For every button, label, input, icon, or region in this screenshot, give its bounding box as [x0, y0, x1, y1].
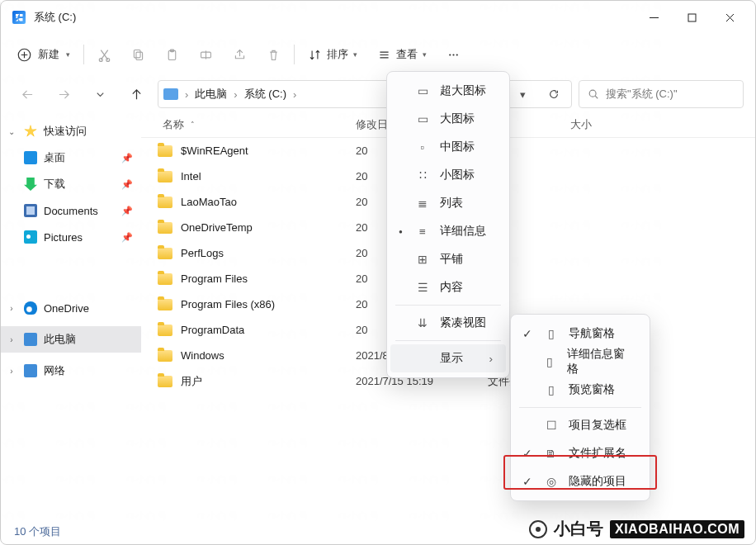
menu-item-preview-pane[interactable]: ▯预览窗格	[514, 376, 646, 404]
ellipsis-icon	[447, 48, 461, 62]
copy-icon	[131, 48, 145, 62]
folder-icon	[158, 145, 172, 157]
folder-icon	[158, 171, 172, 182]
chevron-down-icon: ▾	[66, 50, 70, 59]
chevron-down-icon: ▾	[353, 50, 357, 59]
sidebar-item-quick-access[interactable]: ⌄快速访问	[1, 118, 141, 145]
minimize-button[interactable]	[635, 4, 673, 31]
app-icon	[12, 11, 26, 24]
menu-item-list[interactable]: ≣列表	[390, 189, 506, 217]
delete-button[interactable]	[258, 40, 289, 69]
view-menu: ▭超大图标 ▭大图标 ▫中图标 ∷小图标 ≣列表 ●≡详细信息 ⊞平铺 ☰内容 …	[386, 71, 510, 378]
view-button[interactable]: 查看 ▾	[369, 40, 435, 69]
refresh-button[interactable]	[541, 88, 566, 100]
chevron-down-icon: ▾	[423, 50, 427, 59]
menu-item-hidden[interactable]: ✓◎隐藏的项目	[514, 467, 646, 495]
forward-button[interactable]	[49, 79, 78, 109]
toolbar: 新建 ▾ 排序 ▾ 查看 ▾	[1, 34, 755, 75]
file-name: OneDriveTemp	[181, 221, 253, 234]
sidebar-item-onedrive[interactable]: ›OneDrive	[1, 295, 141, 321]
view-icon	[377, 48, 391, 62]
menu-item-nav-pane[interactable]: ✓▯导航窗格	[514, 320, 646, 348]
window-title: 系统 (C:)	[34, 10, 76, 25]
menu-item-details-pane[interactable]: ▯详细信息窗格	[514, 348, 646, 376]
network-icon	[24, 364, 37, 377]
menu-item-content[interactable]: ☰内容	[390, 273, 506, 301]
file-name: Intel	[181, 170, 201, 182]
star-icon	[24, 125, 37, 138]
share-button[interactable]	[224, 40, 255, 69]
grid-sm-icon: ∷	[415, 168, 430, 182]
menu-item-large-icons[interactable]: ▭大图标	[390, 105, 506, 133]
rename-button[interactable]	[191, 40, 221, 69]
grid-md-icon: ▫	[415, 141, 430, 154]
close-button[interactable]	[711, 4, 749, 31]
chevron-right-icon: ›	[489, 353, 494, 365]
folder-icon	[158, 325, 172, 336]
address-bar-row: › 此电脑 › 系统 (C:) › ▾ 搜索"系统 (C:)"	[1, 75, 755, 113]
pictures-icon	[24, 230, 37, 244]
copy-button[interactable]	[123, 40, 154, 69]
breadcrumb[interactable]: 此电脑	[195, 87, 227, 102]
menu-item-medium-icons[interactable]: ▫中图标	[390, 133, 506, 161]
search-input[interactable]: 搜索"系统 (C:)"	[579, 80, 744, 108]
sidebar-item-network[interactable]: ›网络	[1, 358, 141, 384]
sidebar-item-desktop[interactable]: 桌面📌	[1, 145, 141, 171]
folder-icon	[158, 222, 172, 234]
file-name: Program Files (x86)	[181, 298, 275, 310]
paste-button[interactable]	[157, 40, 187, 69]
nav-pane-icon: ▯	[544, 327, 559, 340]
svg-rect-0	[688, 14, 696, 21]
back-button[interactable]	[12, 79, 42, 109]
documents-icon	[24, 204, 37, 217]
sidebar-item-thispc[interactable]: ›此电脑	[1, 326, 141, 353]
file-name: LaoMaoTao	[181, 196, 237, 208]
file-name: 用户	[181, 374, 202, 389]
recent-button[interactable]	[85, 79, 115, 109]
navigation-pane: ⌄快速访问 桌面📌 下载📌 Documents📌 Pictures📌 ›OneD…	[1, 113, 141, 519]
drive-icon	[163, 88, 178, 100]
menu-item-show[interactable]: 显示›	[390, 344, 506, 372]
sort-button[interactable]: 排序 ▾	[300, 40, 366, 69]
menu-item-details[interactable]: ●≡详细信息	[390, 217, 506, 245]
cut-icon	[97, 48, 111, 62]
folder-icon	[158, 248, 172, 259]
new-button[interactable]: 新建 ▾	[9, 40, 78, 69]
file-name: $WinREAgent	[181, 145, 248, 157]
compact-icon: ⇊	[415, 316, 430, 329]
menu-item-extra-large-icons[interactable]: ▭超大图标	[390, 77, 506, 105]
svg-point-10	[452, 54, 454, 55]
grid-lg-icon: ▭	[415, 112, 430, 126]
menu-item-extensions[interactable]: ✓🗎文件扩展名	[514, 439, 646, 467]
column-size[interactable]: 大小	[570, 118, 636, 132]
address-dropdown[interactable]: ▾	[510, 88, 535, 101]
maximize-button[interactable]	[673, 4, 711, 31]
up-button[interactable]	[121, 79, 151, 109]
preview-pane-icon: ▯	[544, 383, 559, 396]
eye-icon: ◎	[544, 475, 559, 488]
file-name: ProgramData	[181, 324, 244, 336]
menu-item-checkboxes[interactable]: ☐项目复选框	[514, 411, 646, 439]
pin-icon: 📌	[121, 206, 133, 216]
more-button[interactable]	[438, 40, 469, 69]
menu-item-compact[interactable]: ⇊紧凑视图	[390, 309, 506, 337]
pin-icon: 📌	[121, 232, 133, 243]
search-placeholder: 搜索"系统 (C:)"	[606, 87, 678, 102]
menu-item-tiles[interactable]: ⊞平铺	[390, 245, 506, 273]
sidebar-item-documents[interactable]: Documents📌	[1, 197, 141, 224]
search-icon	[588, 88, 599, 100]
svg-point-12	[589, 90, 596, 97]
tiles-icon: ⊞	[415, 253, 430, 266]
svg-rect-5	[136, 52, 143, 59]
grid-xl-icon: ▭	[415, 84, 430, 97]
breadcrumb[interactable]: 系统 (C:)	[244, 87, 286, 102]
folder-icon	[158, 299, 172, 310]
column-name[interactable]: 名称˄	[141, 118, 356, 132]
file-name: PerfLogs	[181, 247, 224, 259]
cut-button[interactable]	[89, 40, 120, 69]
sidebar-item-pictures[interactable]: Pictures📌	[1, 224, 141, 250]
paste-icon	[165, 48, 179, 62]
sidebar-item-downloads[interactable]: 下载📌	[1, 171, 141, 197]
menu-item-small-icons[interactable]: ∷小图标	[390, 161, 506, 189]
svg-point-9	[449, 54, 451, 55]
